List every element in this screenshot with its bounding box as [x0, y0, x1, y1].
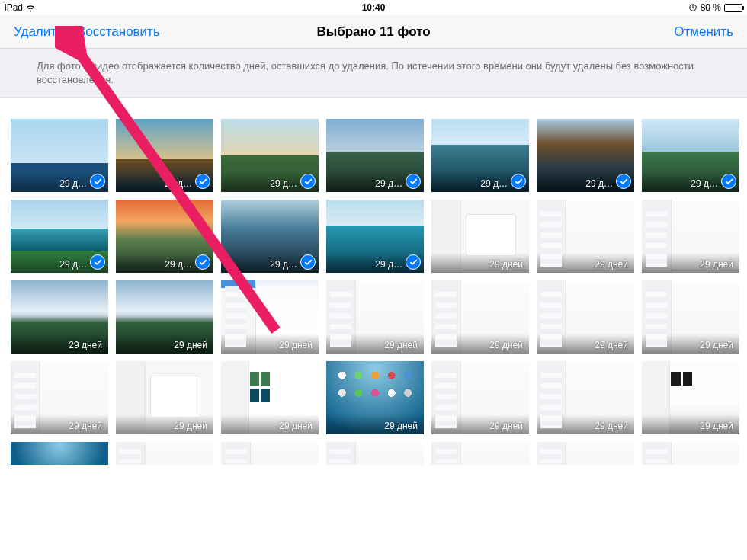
selected-check-icon [616, 174, 631, 189]
battery-percent: 80 % [701, 2, 721, 13]
status-time: 10:40 [362, 2, 386, 13]
info-banner-text: Для фото и видео отображается количество… [37, 60, 694, 85]
photo-thumbnail[interactable] [537, 442, 634, 465]
photo-thumbnail[interactable]: 29 дней [221, 280, 319, 354]
rotation-lock-icon [688, 3, 697, 12]
nav-bar: Удалить Восстановить Выбрано 11 фото Отм… [0, 15, 747, 49]
photo-thumbnail[interactable]: 29 дней [537, 200, 634, 273]
days-remaining-label: 29 д… [480, 178, 508, 189]
photo-thumbnail[interactable]: 29 дней [642, 200, 739, 273]
days-remaining-label: 29 дней [595, 259, 628, 270]
days-remaining-label: 29 д… [585, 178, 613, 189]
photo-thumbnail[interactable]: 29 дней [642, 361, 739, 434]
days-remaining-label: 29 дней [700, 259, 733, 270]
selected-check-icon [721, 174, 736, 189]
photo-thumbnail[interactable]: 29 дней [537, 361, 634, 434]
info-banner: Для фото и видео отображается количество… [0, 49, 747, 98]
days-remaining-label: 29 дней [174, 340, 207, 350]
photo-thumbnail[interactable] [326, 442, 424, 465]
photo-thumbnail[interactable]: 29 д… [431, 119, 529, 192]
days-remaining-label: 29 дней [279, 421, 313, 431]
days-remaining-label: 29 дней [595, 340, 628, 350]
photo-thumbnail[interactable] [431, 442, 529, 465]
days-remaining-label: 29 дней [595, 421, 628, 431]
battery-icon [724, 4, 742, 12]
photo-thumbnail[interactable]: 29 дней [221, 361, 319, 434]
days-remaining-label: 29 д… [270, 259, 297, 270]
device-label: iPad [5, 2, 23, 13]
photo-thumbnail[interactable]: 29 д… [11, 200, 108, 273]
photo-thumbnail[interactable]: 29 дней [537, 280, 634, 354]
selected-check-icon [300, 174, 316, 189]
photo-thumbnail[interactable]: 29 дней [11, 361, 108, 434]
photo-grid: 29 д…29 д…29 д…29 д…29 д…29 д…29 д…29 д…… [11, 119, 736, 434]
photo-thumbnail[interactable]: 29 дней [431, 200, 529, 273]
days-remaining-label: 29 дней [384, 421, 418, 431]
selected-check-icon [195, 254, 210, 270]
photo-thumbnail[interactable]: 29 д… [221, 200, 319, 273]
recover-button[interactable]: Восстановить [77, 24, 160, 40]
selected-check-icon [406, 254, 421, 270]
photo-thumbnail[interactable]: 29 дней [642, 280, 739, 354]
delete-button[interactable]: Удалить [14, 24, 63, 40]
photo-thumbnail[interactable]: 29 дней [326, 280, 424, 354]
photo-thumbnail[interactable]: 29 дней [11, 280, 108, 354]
photo-thumbnail[interactable]: 29 д… [537, 119, 634, 192]
status-bar: iPad 10:40 80 % [0, 0, 747, 15]
selected-check-icon [406, 174, 421, 189]
cancel-button[interactable]: Отменить [674, 24, 733, 40]
photo-thumbnail[interactable] [221, 442, 319, 465]
photo-thumbnail[interactable]: 29 дней [431, 361, 529, 434]
photo-thumbnail[interactable]: 29 д… [326, 200, 424, 273]
photo-thumbnail[interactable]: 29 д… [642, 119, 739, 192]
photo-thumbnail[interactable]: 29 дней [116, 361, 213, 434]
days-remaining-label: 29 дней [384, 340, 418, 350]
photo-thumbnail[interactable]: 29 д… [221, 119, 319, 192]
days-remaining-label: 29 д… [165, 178, 192, 189]
nav-title: Выбрано 11 фото [316, 24, 430, 40]
photo-thumbnail[interactable]: 29 д… [116, 200, 213, 273]
days-remaining-label: 29 дней [700, 340, 733, 350]
photo-thumbnail[interactable] [642, 442, 739, 465]
wifi-icon [26, 3, 35, 12]
days-remaining-label: 29 д… [59, 259, 87, 270]
days-remaining-label: 29 дней [489, 421, 523, 431]
days-remaining-label: 29 дней [279, 340, 313, 350]
days-remaining-label: 29 дней [69, 421, 102, 431]
selected-check-icon [90, 174, 105, 189]
days-remaining-label: 29 дней [174, 421, 207, 431]
selected-check-icon [300, 254, 316, 270]
photo-grid-scroll[interactable]: 29 д…29 д…29 д…29 д…29 д…29 д…29 д…29 д…… [0, 98, 747, 560]
days-remaining-label: 29 д… [165, 259, 192, 270]
days-remaining-label: 29 дней [700, 421, 733, 431]
days-remaining-label: 29 дней [69, 340, 102, 350]
days-remaining-label: 29 д… [375, 259, 402, 270]
days-remaining-label: 29 д… [59, 178, 87, 189]
photo-thumbnail[interactable]: 29 д… [326, 119, 424, 192]
photo-grid-partial-row [11, 442, 736, 465]
photo-thumbnail[interactable]: 29 дней [326, 361, 424, 434]
selected-check-icon [90, 254, 105, 270]
days-remaining-label: 29 дней [489, 340, 523, 350]
photo-thumbnail[interactable] [11, 442, 108, 465]
selected-check-icon [511, 174, 526, 189]
photo-thumbnail[interactable]: 29 дней [431, 280, 529, 354]
photo-thumbnail[interactable] [116, 442, 213, 465]
photo-thumbnail[interactable]: 29 дней [116, 280, 213, 354]
days-remaining-label: 29 дней [489, 259, 523, 270]
days-remaining-label: 29 д… [270, 178, 297, 189]
days-remaining-label: 29 д… [691, 178, 718, 189]
days-remaining-label: 29 д… [375, 178, 402, 189]
photo-thumbnail[interactable]: 29 д… [116, 119, 213, 192]
selected-check-icon [195, 174, 210, 189]
photo-thumbnail[interactable]: 29 д… [11, 119, 108, 192]
